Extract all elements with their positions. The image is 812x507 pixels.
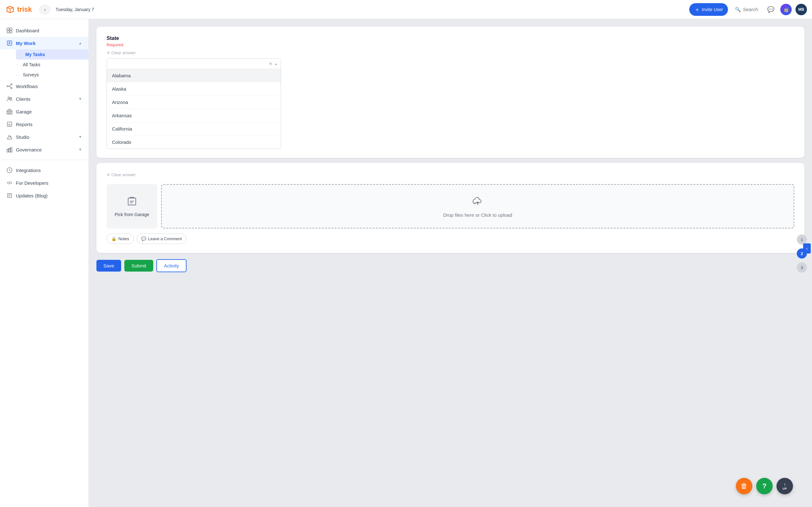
svg-point-7 bbox=[11, 83, 12, 85]
notes-button[interactable]: 🔒 Notes bbox=[107, 233, 134, 244]
tasks-icon bbox=[6, 40, 13, 46]
sidebar-sub-item-all-tasks[interactable]: All Tasks bbox=[16, 60, 89, 70]
app-logo: trisk bbox=[5, 4, 32, 14]
sidebar-label-dashboard: Dashboard bbox=[16, 28, 39, 33]
search-label: Search bbox=[743, 7, 758, 12]
upload-area[interactable]: Drop files here or Click to upload bbox=[161, 184, 794, 228]
plus-icon: ＋ bbox=[694, 6, 700, 13]
svg-rect-1 bbox=[7, 28, 9, 30]
sidebar-item-reports[interactable]: Reports bbox=[0, 118, 89, 130]
sidebar-sub-my-work: My Tasks All Tasks Surveys bbox=[0, 49, 89, 80]
upload-clear-answer-button[interactable]: ✕ Clear answer bbox=[107, 172, 136, 177]
action-bar: Save Submit Activity bbox=[96, 259, 804, 272]
dropdown-option-california[interactable]: California bbox=[107, 122, 281, 135]
blog-icon bbox=[6, 192, 13, 199]
activity-button[interactable]: Activity bbox=[156, 259, 187, 272]
sidebar-item-integrations[interactable]: Integrations bbox=[0, 164, 89, 176]
leave-comment-button[interactable]: 💬 Leave a Comment bbox=[136, 233, 187, 244]
state-field-label: State bbox=[107, 36, 794, 41]
app-layout: Dashboard My Work ▲ My Tasks All Tasks S… bbox=[0, 0, 812, 507]
clear-x-icon: ✕ bbox=[107, 50, 110, 55]
invite-user-button[interactable]: ＋ Invite User bbox=[689, 3, 728, 16]
upload-clear-answer-label: Clear answer bbox=[111, 172, 136, 177]
svg-rect-2 bbox=[10, 28, 12, 30]
sidebar-item-governance[interactable]: Governance ▼ bbox=[0, 143, 89, 156]
sidebar-label-governance: Governance bbox=[16, 147, 42, 153]
dropdown-toggle-button[interactable]: ▲ bbox=[274, 62, 277, 66]
up-label: UP bbox=[782, 487, 787, 490]
collapse-panel-button[interactable]: ‹ bbox=[803, 243, 811, 253]
search-icon: 🔍 bbox=[735, 7, 741, 12]
nav-back-button[interactable]: ‹ bbox=[39, 5, 50, 14]
user-avatar[interactable]: MB bbox=[796, 4, 807, 15]
dropdown-option-arizona[interactable]: Arizona bbox=[107, 96, 281, 109]
fab-help-button[interactable]: ? bbox=[756, 478, 773, 494]
sidebar-label-studio: Studio bbox=[16, 134, 30, 140]
grid-icon bbox=[6, 27, 13, 34]
chevron-down-icon-studio: ▼ bbox=[78, 135, 82, 139]
svg-rect-13 bbox=[7, 150, 8, 152]
sidebar-sub-label-all-tasks: All Tasks bbox=[23, 62, 40, 67]
notes-bar: 🔒 Notes 💬 Leave a Comment bbox=[107, 233, 794, 244]
help-icon: ? bbox=[762, 482, 766, 490]
svg-rect-15 bbox=[11, 148, 12, 152]
dropdown-option-arkansas[interactable]: Arkansas bbox=[107, 109, 281, 122]
dropdown-list: Alabama Alaska Arizona Arkansas Californ… bbox=[107, 69, 281, 149]
submit-button[interactable]: Submit bbox=[124, 260, 153, 272]
sidebar-label-clients: Clients bbox=[16, 96, 31, 102]
step-3-label: 3 bbox=[801, 265, 803, 270]
user-initials: MB bbox=[798, 7, 804, 12]
upload-clear-x-icon: ✕ bbox=[107, 172, 110, 177]
ai-avatar[interactable]: 🤖 bbox=[780, 4, 792, 15]
dev-icon bbox=[6, 180, 13, 186]
clear-answer-button[interactable]: ✕ Clear answer bbox=[107, 50, 136, 55]
integrations-icon bbox=[6, 167, 13, 173]
sidebar-label-garage: Garage bbox=[16, 109, 32, 114]
logo-icon bbox=[5, 4, 15, 14]
sidebar-item-dashboard[interactable]: Dashboard bbox=[0, 24, 89, 37]
dropdown-option-colorado[interactable]: Colorado bbox=[107, 135, 281, 149]
step-1-label: 1 bbox=[801, 237, 803, 242]
upload-form-card: ✕ Clear answer Pick from Garage bbox=[96, 163, 804, 253]
governance-icon bbox=[6, 147, 13, 153]
sidebar-label-integrations: Integrations bbox=[16, 168, 41, 173]
step-3-indicator[interactable]: 3 bbox=[797, 262, 807, 273]
svg-rect-14 bbox=[9, 149, 10, 152]
sidebar-sub-item-my-tasks[interactable]: My Tasks bbox=[16, 49, 89, 60]
clients-icon bbox=[6, 96, 13, 102]
sidebar-item-clients[interactable]: Clients ▼ bbox=[0, 93, 89, 105]
message-icon-button[interactable]: 💬 bbox=[765, 4, 776, 15]
invite-label: Invite User bbox=[702, 7, 723, 12]
dropdown-option-alabama[interactable]: Alabama bbox=[107, 69, 281, 82]
fab-container: 🗑 ? ↑ UP bbox=[736, 478, 793, 494]
dropdown-clear-button[interactable]: ✕ bbox=[269, 61, 272, 66]
sidebar-item-my-work[interactable]: My Work ▲ bbox=[0, 37, 89, 49]
search-button[interactable]: 🔍 Search bbox=[732, 5, 761, 14]
notes-label: Notes bbox=[118, 236, 129, 241]
sidebar-item-workflows[interactable]: Workflows bbox=[0, 80, 89, 93]
save-button[interactable]: Save bbox=[96, 260, 121, 272]
fab-trash-button[interactable]: 🗑 bbox=[736, 478, 752, 494]
ai-icon: 🤖 bbox=[783, 7, 789, 12]
sidebar-label-my-work: My Work bbox=[16, 41, 36, 46]
sidebar-label-for-developers: For Developers bbox=[16, 180, 49, 186]
sidebar-item-for-developers[interactable]: For Developers bbox=[0, 176, 89, 189]
svg-point-9 bbox=[8, 97, 10, 99]
svg-rect-3 bbox=[7, 31, 9, 33]
state-dropdown-wrapper: ✕ ▲ Alabama Alaska Arizona Arkansas Cali… bbox=[107, 58, 281, 149]
sidebar-item-garage[interactable]: Garage bbox=[0, 105, 89, 118]
comment-icon: 💬 bbox=[141, 236, 146, 241]
sidebar-item-studio[interactable]: Studio ▼ bbox=[0, 130, 89, 143]
chevron-up-icon: ▲ bbox=[78, 41, 82, 45]
cloud-upload-icon bbox=[471, 195, 484, 210]
chevron-down-icon-clients: ▼ bbox=[78, 97, 82, 101]
garage-file-icon bbox=[126, 195, 138, 210]
sidebar-item-updates-blog[interactable]: Updates (Blog) bbox=[0, 189, 89, 202]
fab-up-button[interactable]: ↑ UP bbox=[776, 478, 793, 494]
dropdown-option-alaska[interactable]: Alaska bbox=[107, 82, 281, 96]
sidebar-sub-item-surveys[interactable]: Surveys bbox=[16, 70, 89, 80]
state-dropdown[interactable]: ✕ ▲ Alabama Alaska Arizona Arkansas Cali… bbox=[107, 58, 281, 149]
logo-text: trisk bbox=[17, 5, 32, 14]
pick-from-garage-button[interactable]: Pick from Garage bbox=[107, 184, 157, 228]
workflow-icon bbox=[6, 83, 13, 89]
